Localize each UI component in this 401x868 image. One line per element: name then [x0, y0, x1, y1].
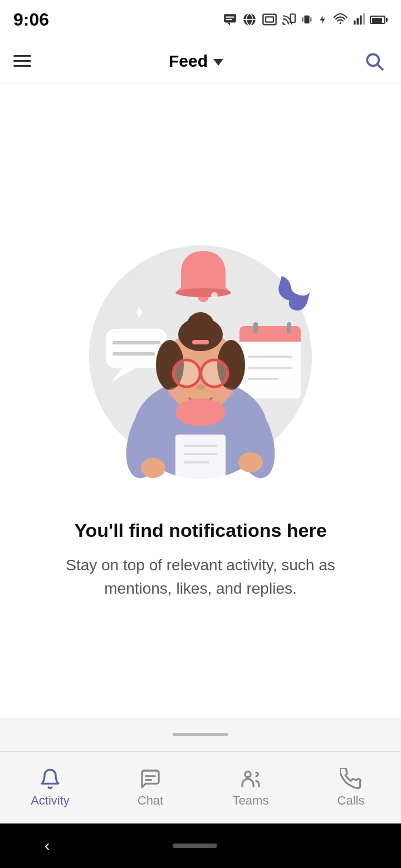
svg-rect-3 — [226, 19, 232, 20]
spark-status-icon — [317, 12, 327, 27]
svg-rect-18 — [363, 13, 365, 24]
svg-point-14 — [339, 22, 341, 24]
app-bar: Feed — [0, 39, 401, 83]
chat-status-icon — [223, 12, 237, 27]
notification-title: You'll find notifications here — [74, 518, 326, 542]
svg-rect-10 — [304, 16, 309, 24]
teams-nav-label: Teams — [233, 793, 269, 808]
svg-rect-17 — [360, 16, 362, 24]
svg-point-38 — [211, 292, 218, 299]
status-icons — [223, 12, 388, 27]
nav-item-calls[interactable]: Calls — [301, 768, 401, 808]
remote-status-icon — [242, 12, 257, 27]
nav-item-chat[interactable]: Chat — [100, 768, 200, 808]
teams-nav-icon — [239, 768, 262, 790]
svg-rect-0 — [224, 14, 236, 22]
wifi-status-icon — [332, 12, 349, 27]
battery-icon — [370, 16, 388, 24]
system-nav-bar: ‹ — [0, 823, 401, 868]
nav-item-teams[interactable]: Teams — [200, 768, 301, 808]
home-indicator[interactable] — [173, 844, 217, 848]
svg-point-51 — [202, 361, 227, 386]
svg-marker-1 — [227, 22, 230, 25]
bottom-sheet-handle — [0, 718, 401, 751]
bottom-nav: Activity Chat Teams Calls — [0, 751, 401, 823]
svg-point-53 — [167, 387, 184, 398]
svg-rect-15 — [354, 21, 356, 24]
svg-rect-2 — [226, 17, 234, 18]
hamburger-menu-button[interactable] — [13, 55, 31, 67]
svg-point-54 — [217, 387, 234, 398]
svg-rect-11 — [302, 17, 304, 21]
calls-nav-label: Calls — [338, 793, 365, 808]
svg-rect-8 — [266, 17, 273, 22]
svg-point-61 — [141, 458, 165, 478]
svg-rect-12 — [310, 17, 311, 21]
status-time: 9:06 — [13, 9, 49, 30]
status-bar: 9:06 — [0, 0, 401, 39]
illustration-container — [67, 223, 334, 490]
back-button[interactable]: ‹ — [45, 837, 50, 855]
vibrate-status-icon — [301, 12, 313, 27]
feed-title-button[interactable]: Feed — [169, 52, 223, 71]
handle-bar — [173, 733, 228, 736]
activity-nav-icon — [39, 768, 61, 790]
svg-marker-13 — [320, 16, 325, 24]
chat-nav-icon — [139, 768, 162, 790]
notification-illustration — [67, 223, 334, 490]
svg-rect-16 — [356, 18, 359, 24]
chevron-down-icon — [213, 59, 223, 66]
svg-rect-32 — [253, 322, 258, 333]
search-icon — [364, 51, 384, 71]
feed-title-text: Feed — [169, 52, 208, 71]
svg-point-66 — [245, 771, 251, 777]
svg-rect-28 — [239, 334, 301, 342]
svg-point-62 — [238, 452, 263, 472]
svg-rect-33 — [287, 322, 291, 333]
svg-point-50 — [174, 361, 199, 386]
activity-nav-label: Activity — [31, 793, 70, 808]
svg-point-63 — [175, 398, 226, 426]
chat-nav-label: Chat — [138, 793, 163, 808]
notification-subtitle: Stay on top of relevant activity, such a… — [45, 554, 356, 600]
cast-status-icon — [282, 12, 296, 27]
nav-item-activity[interactable]: Activity — [0, 768, 100, 808]
search-button[interactable] — [361, 48, 388, 75]
svg-point-52 — [196, 384, 205, 390]
svg-line-20 — [377, 64, 383, 70]
capture-status-icon — [262, 12, 277, 27]
svg-point-35 — [175, 288, 231, 297]
svg-rect-44 — [192, 340, 209, 344]
main-content: You'll find notifications here Stay on t… — [0, 83, 401, 718]
calls-nav-icon — [340, 768, 362, 790]
signal-status-icon — [353, 12, 365, 27]
svg-point-43 — [187, 312, 214, 340]
